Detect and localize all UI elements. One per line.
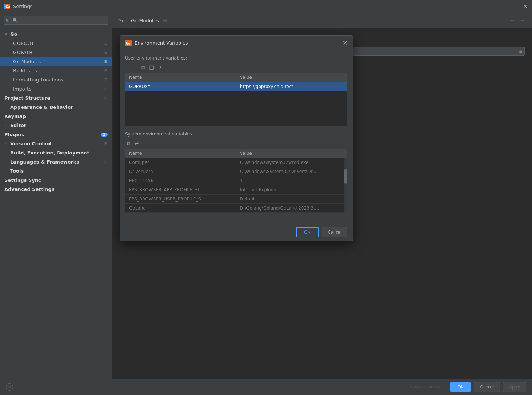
sidebar-item-gopath[interactable]: GOPATH ⊟ xyxy=(0,48,112,57)
window-close-button[interactable]: ✕ xyxy=(523,3,528,10)
pin-icon: ⊟ xyxy=(104,96,108,100)
user-env-table-header: Name Value xyxy=(125,73,347,82)
right-panel: Go › Go Modules ⊟ ← → ✓ Enable Go module… xyxy=(112,13,532,379)
bottom-ok-button[interactable]: OK xyxy=(450,382,471,392)
sidebar-item-keymap[interactable]: Keymap xyxy=(0,112,112,121)
add-env-button[interactable]: + xyxy=(125,64,131,71)
user-env-value-header: Value xyxy=(236,73,347,82)
sidebar-item-label: Keymap xyxy=(4,114,26,119)
sidebar-item-go-modules[interactable]: Go Modules ⊟ xyxy=(0,57,112,66)
dialog-app-icon: Go xyxy=(125,40,132,46)
chevron-right-icon: › xyxy=(4,123,9,127)
sidebar-item-appearance-behavior[interactable]: › Appearance & Behavior xyxy=(0,103,112,112)
table-row[interactable]: GOPROXY https://goproxy.cn,direct xyxy=(125,82,347,91)
bottom-apply-button[interactable]: Apply xyxy=(503,382,526,392)
nav-back-button[interactable]: ← xyxy=(509,17,517,24)
sidebar-item-languages-frameworks[interactable]: › Languages & Frameworks ⊟ xyxy=(0,157,112,166)
sys-value-cell: D:\Golang\Goland\GoLand 2023.3.... xyxy=(236,204,347,212)
dialog-footer: OK Cancel xyxy=(120,223,353,241)
dialog-close-button[interactable]: ✕ xyxy=(343,39,347,46)
sidebar-item-build-execution-deployment[interactable]: › Build, Execution, Deployment xyxy=(0,148,112,157)
sys-value-cell: Internet Explorer xyxy=(236,185,347,194)
search-input[interactable] xyxy=(4,16,108,25)
dialog-cancel-button[interactable]: Cancel xyxy=(322,227,347,237)
chevron-right-icon: › xyxy=(4,169,9,173)
table-row[interactable]: GoLand D:\Golang\Goland\GoLand 2023.3...… xyxy=(125,204,347,213)
sidebar-item-label: Plugins xyxy=(4,132,24,137)
sys-value-header: Value xyxy=(236,149,347,158)
breadcrumb-current: Go Modules xyxy=(131,18,159,23)
app-icon: Go xyxy=(4,4,10,9)
dialog-title: Environment Variables xyxy=(135,40,188,46)
sidebar-item-version-control[interactable]: › Version Control ⊟ xyxy=(0,139,112,148)
sidebar-item-build-tags[interactable]: Build Tags ⊟ xyxy=(0,66,112,75)
sidebar-item-settings-sync[interactable]: Settings Sync xyxy=(0,176,112,185)
bottom-cancel-button[interactable]: Cancel xyxy=(474,382,500,392)
breadcrumb-separator: › xyxy=(127,18,129,23)
table-row[interactable]: ComSpec C:\Windows\system32\cmd.exe xyxy=(125,158,347,167)
dialog-header: Go Environment Variables ✕ xyxy=(120,36,353,50)
table-row[interactable]: EFC_11456 1 xyxy=(125,176,347,185)
global-help-button[interactable]: ? xyxy=(6,383,13,391)
nav-forward-button[interactable]: → xyxy=(518,17,526,24)
pin-icon: ⊟ xyxy=(104,87,108,91)
table-row[interactable]: FPS_BROWSER_USER_PROFILE_S... Default xyxy=(125,195,347,204)
environment-variables-dialog: Go Environment Variables ✕ User environm… xyxy=(120,35,353,241)
main-content: ∨ Go GOROOT ⊟ GOPATH ⊟ Go Modules ⊟ Buil… xyxy=(0,13,532,379)
copy-env-button[interactable]: ⧉ xyxy=(140,64,146,71)
sidebar-item-formatting-functions[interactable]: Formatting Functions ⊟ xyxy=(0,75,112,84)
title-bar-left: Go Settings xyxy=(4,4,32,9)
sidebar-item-advanced-settings[interactable]: Advanced Settings xyxy=(0,185,112,194)
panel-header: Go › Go Modules ⊟ ← → xyxy=(112,13,532,28)
sys-copy-button[interactable]: ⧉ xyxy=(125,139,132,147)
pin-icon: ⊟ xyxy=(104,141,108,146)
sidebar-item-go[interactable]: ∨ Go xyxy=(0,30,112,39)
title-bar: Go Settings ✕ xyxy=(0,0,532,13)
window-title: Settings xyxy=(13,4,32,9)
sidebar-item-plugins[interactable]: Plugins 1 xyxy=(0,130,112,139)
sys-name-cell: DriverData xyxy=(125,167,236,176)
help-env-button[interactable]: ? xyxy=(157,64,163,71)
dialog-ok-button[interactable]: OK xyxy=(296,227,318,237)
sys-value-cell: C:\Windows\System32\Drivers\Dr... xyxy=(236,167,347,176)
sidebar-item-editor[interactable]: › Editor xyxy=(0,121,112,130)
sidebar-tree: ∨ Go GOROOT ⊟ GOPATH ⊟ Go Modules ⊟ Buil… xyxy=(0,28,112,379)
sidebar-item-label: Go Modules xyxy=(13,59,41,64)
sidebar-item-label: Build, Execution, Deployment xyxy=(10,150,89,156)
pin-icon: ⊟ xyxy=(104,50,108,55)
sidebar-item-imports[interactable]: Imports ⊟ xyxy=(0,84,112,93)
sidebar-item-label: Settings Sync xyxy=(4,177,41,183)
paste-env-button[interactable]: ❏ xyxy=(148,64,155,71)
sidebar: ∨ Go GOROOT ⊟ GOPATH ⊟ Go Modules ⊟ Buil… xyxy=(0,13,112,379)
pin-icon: ⊟ xyxy=(104,41,108,46)
sidebar-item-goroot[interactable]: GOROOT ⊟ xyxy=(0,39,112,48)
pin-icon: ⊟ xyxy=(104,77,108,82)
sys-value-cell: Default xyxy=(236,195,347,203)
table-row[interactable]: FPS_BROWSER_APP_PROFILE_ST... Internet E… xyxy=(125,185,347,195)
sys-value-cell: C:\Windows\system32\cmd.exe xyxy=(236,158,347,167)
svg-text:Go: Go xyxy=(5,5,10,9)
search-box xyxy=(0,13,112,28)
remove-env-button[interactable]: − xyxy=(132,64,138,71)
sys-env-table-header: Name Value xyxy=(125,149,347,158)
sys-env-label: System environment variables: xyxy=(125,131,347,137)
sidebar-item-tools[interactable]: › Tools xyxy=(0,166,112,176)
sys-env-toolbar: ⧉ ↩ xyxy=(125,139,347,147)
user-env-toolbar: + − ⧉ ❏ ? xyxy=(125,64,347,71)
env-value-cell: https://goproxy.cn,direct xyxy=(236,82,347,91)
sidebar-item-project-structure[interactable]: Project Structure ⊟ xyxy=(0,93,112,103)
chevron-right-icon: › xyxy=(4,151,9,155)
user-env-table-body: GOPROXY https://goproxy.cn,direct xyxy=(125,82,347,126)
sys-undo-button[interactable]: ↩ xyxy=(133,139,140,147)
user-env-label: User environment variables: xyxy=(125,55,347,61)
sidebar-item-label: Version Control xyxy=(10,141,51,146)
panel-body: ✓ Enable Go modules integration Environm… xyxy=(112,28,532,379)
sys-value-cell: 1 xyxy=(236,176,347,185)
sys-scrollbar-thumb xyxy=(344,169,347,184)
sidebar-item-label: GOPATH xyxy=(13,50,32,55)
plugins-badge: 1 xyxy=(101,133,108,137)
table-row[interactable]: DriverData C:\Windows\System32\Drivers\D… xyxy=(125,167,347,176)
sys-scrollbar[interactable] xyxy=(344,158,347,213)
dialog-body: User environment variables: + − ⧉ ❏ ? Na… xyxy=(120,50,353,223)
user-env-name-header: Name xyxy=(125,73,236,82)
